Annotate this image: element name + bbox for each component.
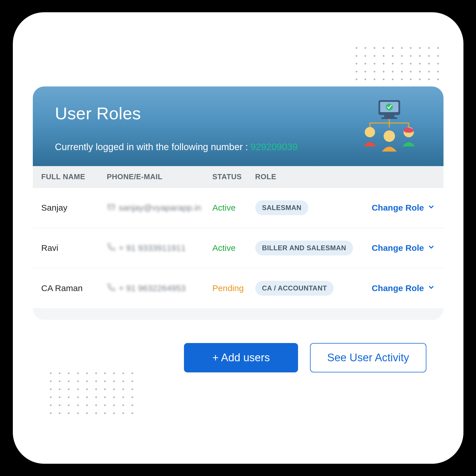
see-user-activity-button[interactable]: See User Activity — [310, 343, 426, 372]
users-hierarchy-icon — [358, 98, 421, 155]
phone-icon — [107, 283, 116, 294]
svg-point-6 — [384, 130, 395, 142]
phone-icon — [107, 243, 116, 253]
table-row: Sanjaysanjay@vyaparapp.inActiveSALESMANC… — [33, 188, 443, 228]
cell-status: Active — [212, 243, 255, 253]
role-badge: SALESMAN — [255, 200, 309, 215]
table-row: CA Raman+ 91 9632264953PendingCA / ACCOU… — [33, 268, 443, 308]
cell-role: CA / ACCOUNTANT — [255, 281, 352, 296]
change-role-label: Change Role — [372, 203, 424, 213]
contact-value: + 91 9632264953 — [119, 283, 186, 293]
role-badge: CA / ACCOUNTANT — [255, 281, 334, 296]
login-number: 929209039 — [251, 142, 298, 152]
cell-contact: + 91 9632264953 — [107, 283, 212, 294]
table-row: Ravi+ 91 9333911911ActiveBILLER AND SALE… — [33, 228, 443, 268]
add-users-button[interactable]: + Add users — [184, 343, 298, 372]
panel-header: User Roles Currently logged in with the … — [33, 86, 443, 166]
chevron-down-icon — [428, 203, 435, 213]
cell-contact: sanjay@vyaparapp.in — [107, 203, 212, 213]
table-header: FULL NAME PHONE/E-MAIL STATUS ROLE — [33, 166, 443, 188]
cell-status: Active — [212, 203, 255, 213]
decorative-dots-top — [356, 47, 441, 81]
cell-role: SALESMAN — [255, 200, 352, 215]
col-contact: PHONE/E-MAIL — [107, 172, 212, 181]
login-info-prefix: Currently logged in with the following n… — [55, 142, 251, 152]
cell-status: Pending — [212, 283, 255, 293]
cell-role: BILLER AND SALESMAN — [255, 241, 352, 255]
contact-value: sanjay@vyaparapp.in — [119, 203, 201, 213]
change-role-label: Change Role — [372, 283, 424, 293]
svg-point-5 — [365, 127, 375, 137]
role-badge: BILLER AND SALESMAN — [255, 241, 353, 255]
change-role-button[interactable]: Change Role — [372, 283, 435, 293]
contact-value: + 91 9333911911 — [119, 243, 186, 253]
chevron-down-icon — [428, 283, 435, 293]
change-role-label: Change Role — [372, 243, 424, 253]
decorative-dots-bottom — [50, 372, 135, 415]
action-row: + Add users See User Activity — [33, 343, 443, 372]
svg-rect-2 — [384, 115, 394, 117]
cell-full-name: Ravi — [41, 243, 107, 253]
cell-contact: + 91 9333911911 — [107, 243, 212, 253]
col-role: ROLE — [255, 172, 435, 181]
change-role-button[interactable]: Change Role — [372, 203, 435, 213]
svg-rect-3 — [381, 117, 397, 119]
table-body: Sanjaysanjay@vyaparapp.inActiveSALESMANC… — [33, 188, 443, 308]
change-role-button[interactable]: Change Role — [372, 243, 435, 253]
app-card: User Roles Currently logged in with the … — [13, 12, 463, 464]
cell-full-name: CA Raman — [41, 283, 107, 293]
cell-full-name: Sanjay — [41, 203, 107, 213]
chevron-down-icon — [428, 243, 435, 253]
user-roles-panel: User Roles Currently logged in with the … — [33, 86, 443, 320]
svg-point-4 — [386, 104, 393, 110]
col-full-name: FULL NAME — [41, 172, 107, 181]
email-icon — [107, 203, 116, 213]
col-status: STATUS — [212, 172, 255, 181]
table-footer-spacer — [33, 308, 443, 320]
